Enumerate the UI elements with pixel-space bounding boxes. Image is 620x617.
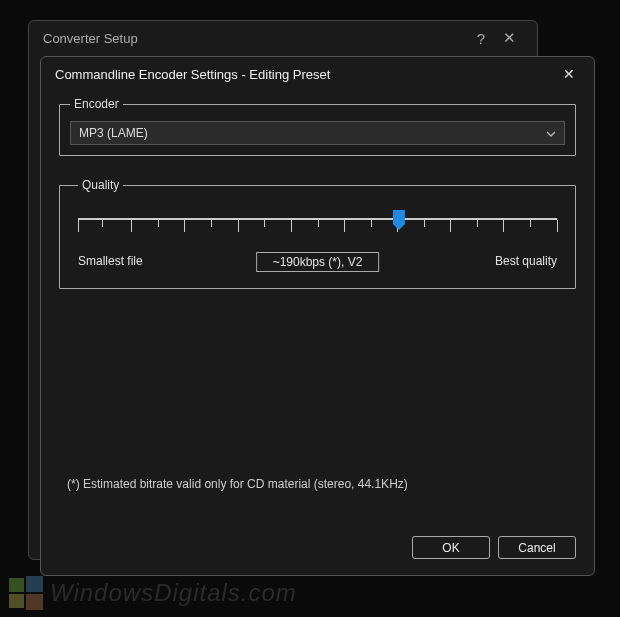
min-label: Smallest file [78, 254, 143, 268]
parent-titlebar: Converter Setup ? ✕ [29, 21, 537, 55]
slider-tick [238, 220, 239, 232]
encoder-select[interactable]: MP3 (LAME) [70, 121, 565, 145]
quality-slider[interactable] [78, 210, 557, 252]
slider-tick [131, 220, 132, 232]
slider-thumb[interactable] [393, 210, 405, 230]
dialog-body: Encoder MP3 (LAME) Quality Smallest file… [41, 91, 594, 522]
help-icon[interactable]: ? [467, 30, 495, 47]
slider-tick [477, 220, 478, 227]
slider-tick [264, 220, 265, 227]
svg-rect-0 [9, 578, 24, 592]
encoder-settings-dialog: Commandline Encoder Settings - Editing P… [40, 56, 595, 576]
slider-tick [530, 220, 531, 227]
svg-rect-1 [26, 576, 43, 592]
slider-tick [424, 220, 425, 227]
svg-rect-3 [26, 594, 43, 610]
quality-fieldset: Quality Smallest file ~190kbps (*), V2 B… [59, 178, 576, 289]
watermark-text: WindowsDigitals.com [50, 579, 297, 607]
slider-labels: Smallest file ~190kbps (*), V2 Best qual… [78, 252, 557, 274]
chevron-down-icon [546, 128, 556, 139]
slider-tick [184, 220, 185, 232]
slider-tick [211, 220, 212, 227]
slider-tick [371, 220, 372, 227]
slider-tick [318, 220, 319, 227]
slider-tick [344, 220, 345, 232]
slider-tick [102, 220, 103, 227]
encoder-fieldset: Encoder MP3 (LAME) [59, 97, 576, 156]
dialog-title: Commandline Encoder Settings - Editing P… [55, 67, 558, 82]
slider-tick [291, 220, 292, 232]
cancel-button[interactable]: Cancel [498, 536, 576, 559]
button-row: OK Cancel [41, 522, 594, 575]
slider-tick [503, 220, 504, 232]
svg-rect-2 [9, 594, 24, 608]
slider-tick [78, 220, 79, 232]
current-value-label: ~190kbps (*), V2 [256, 252, 380, 272]
ok-button[interactable]: OK [412, 536, 490, 559]
close-button[interactable]: ✕ [558, 63, 580, 85]
quality-legend: Quality [78, 178, 123, 192]
max-label: Best quality [495, 254, 557, 268]
dialog-titlebar: Commandline Encoder Settings - Editing P… [41, 57, 594, 91]
encoder-value: MP3 (LAME) [79, 126, 148, 140]
parent-title: Converter Setup [43, 31, 467, 46]
slider-tick [557, 220, 558, 232]
slider-tick [450, 220, 451, 232]
slider-tick [158, 220, 159, 227]
footnote: (*) Estimated bitrate valid only for CD … [59, 477, 576, 491]
windows-logo-icon [8, 575, 44, 611]
encoder-legend: Encoder [70, 97, 123, 111]
close-icon[interactable]: ✕ [495, 29, 523, 47]
watermark: WindowsDigitals.com [8, 575, 297, 611]
